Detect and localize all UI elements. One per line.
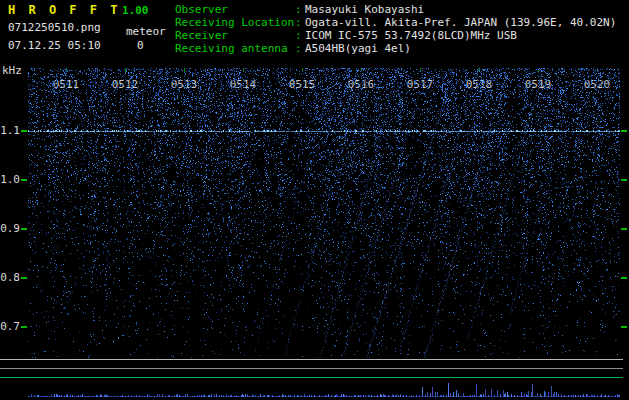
y-tick-mark bbox=[21, 326, 27, 328]
y-tick-mark-right bbox=[621, 277, 627, 279]
mode-label: meteor bbox=[126, 25, 166, 38]
spectrogram-canvas bbox=[28, 68, 620, 358]
app-version: 1.00 bbox=[122, 4, 149, 17]
y-tick-label: 0.9 bbox=[0, 222, 20, 235]
info-value: ICOM IC-575 53.7492(8LCD)MHz USB bbox=[305, 29, 517, 42]
info-colon: : bbox=[295, 3, 305, 16]
info-label: Observer bbox=[175, 3, 295, 16]
info-colon: : bbox=[295, 16, 305, 29]
filename: 0712250510.png bbox=[8, 21, 101, 34]
y-tick-label: 0.7 bbox=[0, 320, 20, 333]
level-grid-line-upper bbox=[0, 359, 623, 360]
info-value: Ogata-vill. Akita-Pref. JAPAN (139.96E, … bbox=[305, 16, 616, 29]
info-row-location: Receiving Location:Ogata-vill. Akita-Pre… bbox=[175, 16, 616, 29]
info-colon: : bbox=[295, 42, 305, 55]
info-value: Masayuki Kobayashi bbox=[305, 3, 424, 16]
info-value: A504HB(yagi 4el) bbox=[305, 42, 411, 55]
signal-spikes-canvas bbox=[28, 381, 620, 397]
y-tick-mark bbox=[21, 179, 27, 181]
hrofft-screen: H R O F F T 1.00 0712250510.png meteor 0… bbox=[0, 0, 629, 400]
meteor-count: 0 bbox=[137, 39, 144, 52]
info-label: Receiving antenna bbox=[175, 42, 295, 55]
info-row-observer: Observer:Masayuki Kobayashi bbox=[175, 3, 424, 16]
y-tick-mark-right bbox=[621, 130, 627, 132]
info-row-receiver: Receiver:ICOM IC-575 53.7492(8LCD)MHz US… bbox=[175, 29, 517, 42]
timestamp: 07.12.25 05:10 bbox=[8, 39, 101, 52]
info-label: Receiver bbox=[175, 29, 295, 42]
threshold-line bbox=[0, 377, 623, 378]
info-colon: : bbox=[295, 29, 305, 42]
y-tick-mark bbox=[21, 228, 27, 230]
y-tick-label: 1.1 bbox=[0, 124, 20, 137]
y-tick-mark-right bbox=[621, 228, 627, 230]
y-tick-label: 1.0 bbox=[0, 173, 20, 186]
info-row-antenna: Receiving antenna:A504HB(yagi 4el) bbox=[175, 42, 411, 55]
y-tick-label: 0.8 bbox=[0, 271, 20, 284]
info-label: Receiving Location bbox=[175, 16, 295, 29]
y-tick-mark-right bbox=[621, 179, 627, 181]
y-tick-mark bbox=[21, 130, 27, 132]
level-grid-line-lower bbox=[0, 368, 623, 369]
y-axis-unit: kHz bbox=[2, 64, 22, 77]
app-title: H R O F F T bbox=[8, 3, 120, 17]
y-tick-mark bbox=[21, 277, 27, 279]
y-tick-mark-right bbox=[621, 326, 627, 328]
